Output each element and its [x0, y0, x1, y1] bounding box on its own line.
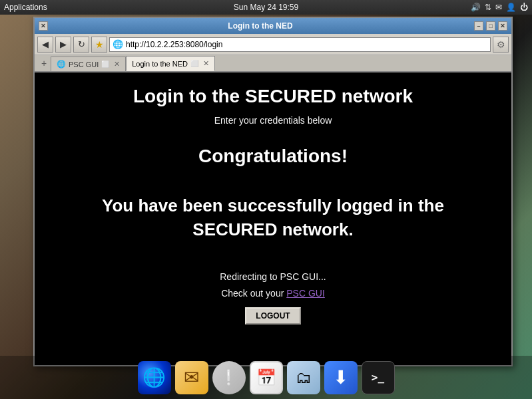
page-subtitle: Enter your credentials below [214, 115, 332, 126]
success-line1: You have been successfully logged in the [102, 196, 444, 215]
tab-close-login[interactable]: ✕ [203, 59, 209, 68]
tab-label-login: Login to the NED [132, 60, 188, 68]
url-bar-container: 🌐 [109, 37, 491, 52]
audio-icon: 🔊 [471, 3, 481, 12]
dock-terminal-icon[interactable]: >_ [362, 361, 395, 394]
tabs-bar: + 🌐 PSC GUI ⬜ ✕ Login to the NED ⬜ ✕ [35, 55, 511, 72]
browser-titlebar-close-left[interactable]: ✕ [39, 21, 48, 31]
success-line2: SECURED network. [192, 219, 353, 239]
page-main-title: Login to the SECURED network [133, 86, 413, 107]
redirect-section: Redirecting to PSC GUI... Check out your… [220, 269, 326, 302]
taskbar: Applications Sun May 24 19:59 🔊 ⇅ ✉ 👤 ⏻ [0, 0, 532, 15]
dock-globe-icon[interactable]: 🌐 [138, 361, 171, 394]
applications-menu[interactable]: Applications [4, 3, 47, 12]
reload-button[interactable]: ↻ [73, 37, 89, 53]
user-icon: 👤 [506, 3, 516, 12]
url-input[interactable] [126, 40, 487, 49]
psc-check-line: Check out your PSC GUI [220, 285, 326, 302]
browser-content: Login to the SECURED network Enter your … [35, 72, 511, 365]
dock-chat-icon[interactable]: ❕ [212, 361, 246, 394]
settings-button[interactable]: ⚙ [493, 37, 509, 53]
power-icon[interactable]: ⏻ [520, 3, 528, 12]
browser-close-btn[interactable]: ✕ [498, 21, 507, 31]
ned-tab-favicon: ⬜ [190, 60, 198, 67]
new-tab-button[interactable]: + [37, 57, 51, 70]
check-text: Check out your [221, 288, 286, 299]
browser-minimize-btn[interactable]: – [474, 21, 483, 31]
tab-close-psc[interactable]: ✕ [114, 60, 120, 68]
taskbar-clock: Sun May 24 19:59 [234, 3, 298, 12]
tab-psc-gui[interactable]: 🌐 PSC GUI ⬜ ✕ [51, 57, 126, 71]
congratulations-text: Congratulations! [198, 146, 348, 167]
nav-bar: ◀ ▶ ↻ ★ 🌐 ⚙ [35, 34, 511, 55]
logout-button[interactable]: LOGOUT [245, 307, 300, 325]
psc-tab-favicon: ⬜ [101, 61, 109, 68]
back-button[interactable]: ◀ [37, 37, 53, 53]
forward-button[interactable]: ▶ [55, 37, 71, 53]
dock: 🌐 ✉ ❕ 📅 🗂 ⬇ >_ [0, 356, 532, 399]
url-globe-icon: 🌐 [113, 39, 123, 49]
browser-window: ✕ Login to the NED – □ ✕ ◀ ▶ ↻ ★ 🌐 ⚙ + 🌐… [33, 17, 513, 366]
tab-icon-psc: 🌐 [57, 60, 66, 68]
browser-maximize-btn[interactable]: □ [486, 21, 495, 31]
psc-gui-link[interactable]: PSC GUI [286, 288, 325, 299]
browser-title: Login to the NED [48, 21, 473, 31]
tab-label-psc: PSC GUI [69, 61, 99, 68]
tab-login-ned[interactable]: Login to the NED ⬜ ✕ [126, 56, 215, 71]
dock-calendar-icon[interactable]: 📅 [250, 361, 283, 394]
redirect-line: Redirecting to PSC GUI... [220, 269, 326, 285]
dock-usb-icon[interactable]: 🗂 [287, 361, 320, 394]
taskbar-left: Applications [4, 3, 47, 12]
network-icon: ⇅ [485, 3, 491, 12]
success-message: You have been successfully logged in the… [102, 194, 444, 242]
bookmark-button[interactable]: ★ [91, 37, 107, 53]
dock-download-icon[interactable]: ⬇ [324, 361, 358, 394]
dock-mail-icon[interactable]: ✉ [175, 361, 208, 394]
browser-titlebar: ✕ Login to the NED – □ ✕ [35, 18, 511, 34]
mail-tray-icon: ✉ [495, 3, 502, 12]
taskbar-right: 🔊 ⇅ ✉ 👤 ⏻ [471, 3, 528, 12]
